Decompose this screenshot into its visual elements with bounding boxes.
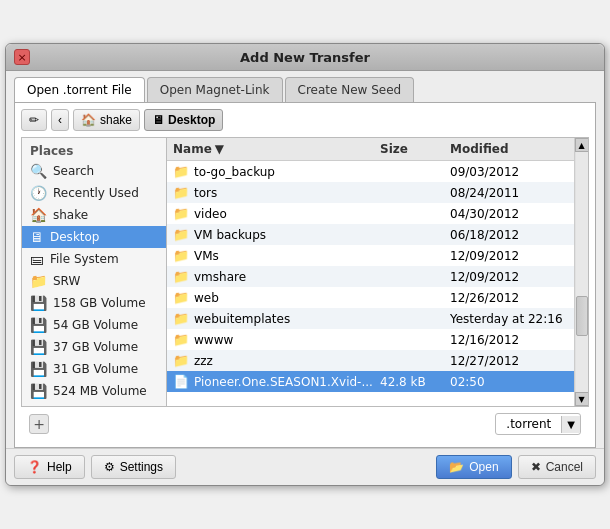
folder-icon-srw: 📁 — [30, 273, 47, 289]
file-row[interactable]: 📁to-go_backup09/03/2012 — [167, 161, 574, 182]
column-header-size[interactable]: Size — [374, 140, 444, 158]
search-icon: 🔍 — [30, 163, 47, 179]
file-row[interactable]: 📁video04/30/2012 — [167, 203, 574, 224]
torrent-file-icon: 📄 — [173, 374, 189, 389]
drive-icon-54: 💾 — [30, 317, 47, 333]
file-name: wwww — [194, 333, 233, 347]
file-row[interactable]: 📁wwww12/16/2012 — [167, 329, 574, 350]
home-icon: 🏠 — [81, 113, 96, 127]
drive-icon-524: 💾 — [30, 383, 47, 399]
close-button[interactable]: × — [14, 49, 30, 65]
file-name: vmshare — [194, 270, 246, 284]
shake-location-button[interactable]: 🏠 shake — [73, 109, 140, 131]
file-name: VM backups — [194, 228, 266, 242]
tab-open-magnet[interactable]: Open Magnet-Link — [147, 77, 283, 102]
places-label-37gb: 37 GB Volume — [53, 340, 138, 354]
tab-create-seed[interactable]: Create New Seed — [285, 77, 415, 102]
places-item-filesystem[interactable]: 🖴 File System — [22, 248, 166, 270]
file-modified: 09/03/2012 — [444, 164, 574, 180]
files-column-headers: Name ▼ Size Modified — [167, 138, 574, 161]
dialog-window: × Add New Transfer Open .torrent File Op… — [5, 43, 605, 486]
places-item-srw[interactable]: 📁 SRW — [22, 270, 166, 292]
file-size — [374, 192, 444, 194]
column-header-name[interactable]: Name ▼ — [167, 140, 374, 158]
file-row[interactable]: 📁VMs12/09/2012 — [167, 245, 574, 266]
desktop-icon2: 🖥 — [30, 229, 44, 245]
drive-icon-31: 💾 — [30, 361, 47, 377]
places-label-desktop: Desktop — [50, 230, 100, 244]
scrollbar-track[interactable] — [576, 152, 588, 392]
file-browser: Places 🔍 Search 🕐 Recently Used 🏠 shake … — [21, 137, 589, 407]
file-name: web — [194, 291, 219, 305]
add-button[interactable]: + — [29, 414, 49, 434]
vertical-scrollbar[interactable]: ▲ ▼ — [574, 138, 588, 406]
open-icon: 📂 — [449, 460, 464, 474]
places-item-desktop[interactable]: 🖥 Desktop — [22, 226, 166, 248]
file-row[interactable]: 📁web12/26/2012 — [167, 287, 574, 308]
footer-right-buttons: 📂 Open ✖ Cancel — [436, 455, 596, 479]
tab-open-torrent[interactable]: Open .torrent File — [14, 77, 145, 102]
places-label-31gb: 31 GB Volume — [53, 362, 138, 376]
desktop-icon: 🖥 — [152, 113, 164, 127]
file-modified: 12/27/2012 — [444, 353, 574, 369]
column-header-modified[interactable]: Modified — [444, 140, 574, 158]
help-button[interactable]: ❓ Help — [14, 455, 85, 479]
file-row[interactable]: 📁VM backups06/18/2012 — [167, 224, 574, 245]
file-size — [374, 339, 444, 341]
file-size — [374, 360, 444, 362]
file-row[interactable]: 📁tors08/24/2011 — [167, 182, 574, 203]
cancel-button[interactable]: ✖ Cancel — [518, 455, 596, 479]
files-panel: Name ▼ Size Modified 📁to-go_backup09/03/… — [167, 138, 574, 406]
folder-icon: 📁 — [173, 206, 189, 221]
places-item-158gb[interactable]: 💾 158 GB Volume — [22, 292, 166, 314]
desktop-location-button[interactable]: 🖥 Desktop — [144, 109, 223, 131]
file-row[interactable]: 📄Pioneer.One.SEASON1.Xvid-...42.8 kB02:5… — [167, 371, 574, 392]
file-row[interactable]: 📁zzz12/27/2012 — [167, 350, 574, 371]
titlebar: × Add New Transfer — [6, 44, 604, 71]
places-label-54gb: 54 GB Volume — [53, 318, 138, 332]
file-modified: 12/16/2012 — [444, 332, 574, 348]
file-size — [374, 297, 444, 299]
file-modified: Yesterday at 22:16 — [444, 311, 574, 327]
file-toolbar: ✏ ‹ 🏠 shake 🖥 Desktop — [21, 109, 589, 131]
dropdown-arrow-icon[interactable]: ▼ — [561, 416, 580, 433]
tab-content: ✏ ‹ 🏠 shake 🖥 Desktop Places 🔍 Search — [14, 102, 596, 448]
places-item-37gb[interactable]: 💾 37 GB Volume — [22, 336, 166, 358]
filetype-label: .torrent — [496, 414, 561, 434]
scrollbar-thumb[interactable] — [576, 296, 588, 336]
filetype-dropdown[interactable]: .torrent ▼ — [495, 413, 581, 435]
places-label-524mb: 524 MB Volume — [53, 384, 147, 398]
window-title: Add New Transfer — [30, 50, 580, 65]
file-row[interactable]: 📁webuitemplatesYesterday at 22:16 — [167, 308, 574, 329]
places-label-srw: SRW — [53, 274, 80, 288]
drive-icon-158: 💾 — [30, 295, 47, 311]
places-item-54gb[interactable]: 💾 54 GB Volume — [22, 314, 166, 336]
places-label-filesystem: File System — [50, 252, 119, 266]
file-modified: 06/18/2012 — [444, 227, 574, 243]
places-item-shake[interactable]: 🏠 shake — [22, 204, 166, 226]
places-label-shake: shake — [53, 208, 88, 222]
file-row[interactable]: 📁vmshare12/09/2012 — [167, 266, 574, 287]
edit-button[interactable]: ✏ — [21, 109, 47, 131]
places-item-31gb[interactable]: 💾 31 GB Volume — [22, 358, 166, 380]
file-modified: 08/24/2011 — [444, 185, 574, 201]
places-label-158gb: 158 GB Volume — [53, 296, 146, 310]
open-button[interactable]: 📂 Open — [436, 455, 511, 479]
dialog-footer: ❓ Help ⚙ Settings 📂 Open ✖ Cancel — [6, 448, 604, 485]
cancel-label: Cancel — [546, 460, 583, 474]
places-item-recently-used[interactable]: 🕐 Recently Used — [22, 182, 166, 204]
shake-label: shake — [100, 113, 132, 127]
scroll-down-button[interactable]: ▼ — [575, 392, 589, 406]
folder-icon: 📁 — [173, 269, 189, 284]
settings-button[interactable]: ⚙ Settings — [91, 455, 176, 479]
open-label: Open — [469, 460, 498, 474]
places-item-524mb[interactable]: 💾 524 MB Volume — [22, 380, 166, 402]
scroll-up-button[interactable]: ▲ — [575, 138, 589, 152]
back-button[interactable]: ‹ — [51, 109, 69, 131]
places-item-search[interactable]: 🔍 Search — [22, 160, 166, 182]
file-size — [374, 318, 444, 320]
places-panel: Places 🔍 Search 🕐 Recently Used 🏠 shake … — [22, 138, 167, 406]
file-modified: 04/30/2012 — [444, 206, 574, 222]
file-modified: 02:50 — [444, 374, 574, 390]
folder-icon: 📁 — [173, 227, 189, 242]
